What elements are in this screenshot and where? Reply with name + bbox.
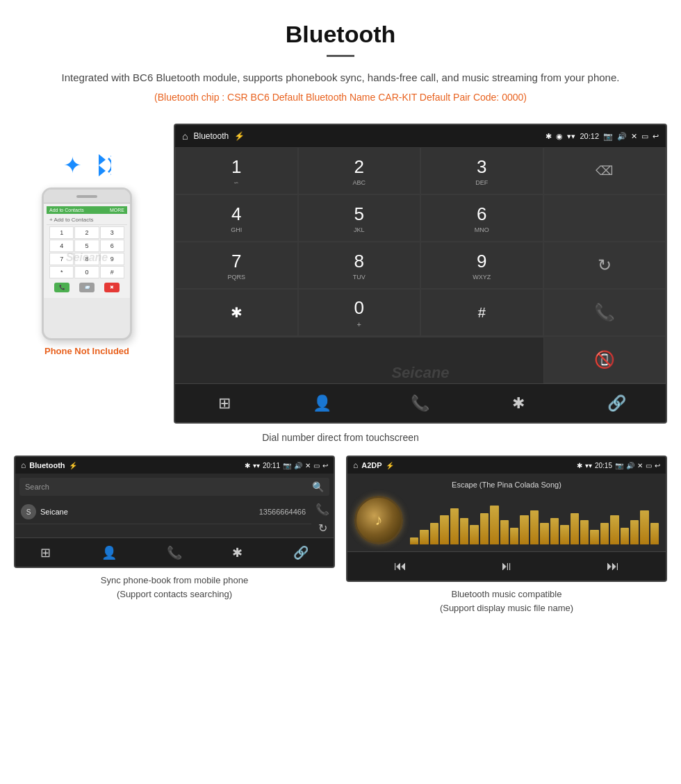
hu-app-name: Bluetooth [193,131,229,141]
music-home-icon[interactable]: ⌂ [353,460,358,470]
page-description: Integrated with BC6 Bluetooth module, su… [42,69,639,86]
music-win[interactable]: ▭ [646,462,652,469]
music-bt-icon: ✱ [577,462,582,469]
pb-grid-btn[interactable]: ⊞ [40,545,51,560]
hu-key-call-red[interactable]: 📵 [543,336,666,383]
pb-contact-name: Seicane [40,508,255,516]
hu-key-3[interactable]: 3 DEF [420,147,543,194]
phone-key: 1 [49,226,74,239]
music-signal: ▾▾ [585,462,592,469]
hu-bottom-bar: ⊞ 👤 📞 ✱ 🔗 [175,383,666,422]
hu-contacts-btn[interactable]: 👤 [305,386,340,421]
music-time: 20:15 [595,462,612,469]
music-play-btn[interactable]: ⏯ [500,559,513,574]
music-prev-btn[interactable]: ⏮ [394,559,407,574]
pb-back[interactable]: ↩ [322,462,328,469]
hu-key-8[interactable]: 8 TUV [298,242,421,289]
pb-search-bar[interactable]: Search 🔍 [19,478,329,496]
pb-caption: Sync phone-book from mobile phone (Suppo… [101,574,248,601]
hu-key-9[interactable]: 9 WXYZ [420,242,543,289]
pb-caption-line1: Sync phone-book from mobile phone [101,575,248,585]
hu-time: 20:12 [580,132,599,140]
pb-phone-btn[interactable]: 📞 [167,545,182,560]
hu-key-0[interactable]: 0 + [298,289,421,336]
hu-key-call-green[interactable]: 📞 [543,289,666,336]
hu-key-empty2 [175,336,298,337]
music-panel: ⌂ A2DP ⚡ ✱ ▾▾ 20:15 📷 🔊 ✕ ▭ ↩ Escape (Th… [346,456,667,615]
pb-contact-row[interactable]: S Seicane 13566664466 [15,500,311,524]
hu-key-6[interactable]: 6 MNO [420,194,543,242]
hu-key-7[interactable]: 7 PQRS [175,242,298,289]
page-header: Bluetooth Integrated with BC6 Bluetooth … [0,0,681,124]
music-close[interactable]: ✕ [637,462,643,469]
phone-key: 5 [74,240,99,252]
phone-green-bar: Add to Contacts MORE [47,206,127,214]
hu-key-empty4 [420,336,543,337]
hu-key-hash[interactable]: # [420,289,543,336]
pb-caption-line2: (Support contacts searching) [117,589,232,599]
hu-dialpad-btn[interactable]: ⊞ [207,386,242,421]
phone-mockup: Add to Contacts MORE + Add to Contacts 1… [42,187,132,340]
bluetooth-waves: ✦ [63,151,111,179]
pb-contacts-list: S Seicane 13566664466 [15,500,311,537]
hu-key-backspace[interactable]: ⌫ [543,147,666,194]
hu-key-5[interactable]: 5 JKL [298,194,421,242]
phone-top-bar [44,190,130,203]
pb-win[interactable]: ▭ [313,462,320,469]
hu-link-btn[interactable]: 🔗 [599,386,634,421]
hu-status-right: ✱ ◉ ▾▾ 20:12 📷 🔊 ✕ ▭ ↩ [545,132,659,141]
music-status-left: ⌂ A2DP ⚡ [353,460,394,470]
phone-key: 0 [74,266,99,278]
hu-close-icon[interactable]: ✕ [631,132,637,141]
music-note-icon: ♪ [375,511,383,529]
pb-close[interactable]: ✕ [305,462,311,469]
hu-signal-icon: ▾▾ [567,132,575,141]
hu-key-1[interactable]: 1 ∽ [175,147,298,194]
pb-person-btn[interactable]: 👤 [101,545,117,560]
phone-call-btn: 📞 [54,283,69,292]
phone-key: * [49,266,74,278]
hu-dialpad-area: 1 ∽ 2 ABC 3 DEF ⌫ 4 GHI [175,147,666,336]
pb-status-right: ✱ ▾▾ 20:11 📷 🔊 ✕ ▭ ↩ [245,462,328,469]
phone-bottom-row: 📞 📨 ✖ [47,280,127,295]
hu-key-star[interactable]: ✱ [175,289,298,336]
hu-key-refresh[interactable]: ↻ [543,242,666,289]
pb-status-left: ⌂ Bluetooth ⚡ [21,460,77,470]
music-next-btn[interactable]: ⏭ [607,559,619,574]
hu-key-4[interactable]: 4 GHI [175,194,298,242]
hu-window-icon[interactable]: ▭ [641,132,648,141]
music-caption: Bluetooth music compatible (Support disp… [440,587,573,615]
title-divider [327,55,354,57]
pb-refresh-right-icon[interactable]: ↻ [318,522,327,535]
hu-key-2[interactable]: 2 ABC [298,147,421,194]
music-bars [410,496,659,544]
music-bottom-bar: ⏮ ⏯ ⏭ [347,551,666,581]
pb-signal: ▾▾ [253,462,260,469]
pb-bottom-bar: ⊞ 👤 📞 ✱ 🔗 [15,537,334,567]
pb-call-right-icon[interactable]: 📞 [315,503,329,516]
hu-bt-icon: ✱ [545,132,552,141]
pb-home-icon[interactable]: ⌂ [21,460,26,470]
hu-back-icon[interactable]: ↩ [653,132,659,141]
hu-home-icon[interactable]: ⌂ [182,131,188,142]
hu-key-empty3 [298,336,421,337]
pb-bt-btn[interactable]: ✱ [232,545,243,560]
music-caption-line1: Bluetooth music compatible [452,589,562,599]
hu-phone-btn[interactable]: 📞 [403,386,438,421]
phone-key: 6 [100,240,124,252]
pb-contact-number: 13566664466 [259,508,306,516]
pb-search-icon[interactable]: 🔍 [312,481,324,492]
phone-aside: ✦ Add to Contacts MORE + Add to Co [14,124,160,356]
music-area: Escape (The Pina Colada Song) ♪ [347,474,666,551]
pb-link-btn[interactable]: 🔗 [293,545,309,560]
hu-status-bar: ⌂ Bluetooth ⚡ ✱ ◉ ▾▾ 20:12 📷 🔊 ✕ ▭ ↩ [175,125,666,147]
bottom-panels: ⌂ Bluetooth ⚡ ✱ ▾▾ 20:11 📷 🔊 ✕ ▭ ↩ Searc… [0,456,681,615]
pb-vol: 🔊 [294,462,302,469]
music-back[interactable]: ↩ [655,462,660,469]
hu-bluetooth-btn[interactable]: ✱ [501,386,536,421]
pb-search-placeholder: Search [25,483,49,491]
hu-usb-icon: ⚡ [234,131,245,141]
phone-key: 3 [100,226,124,239]
pb-contacts-area: S Seicane 13566664466 📞 ↻ [15,500,334,537]
bluetooth-specs: (Bluetooth chip : CSR BC6 Default Blueto… [42,92,639,103]
